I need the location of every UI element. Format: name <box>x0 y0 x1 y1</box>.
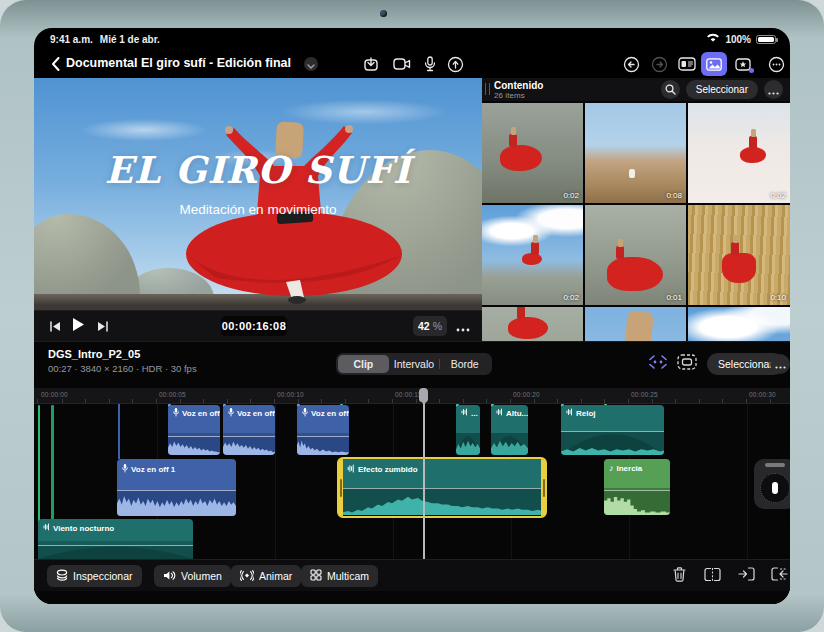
battery-percent: 100% <box>725 34 751 45</box>
camera-icon <box>393 57 411 71</box>
voiceover-button[interactable] <box>417 52 443 76</box>
volume-button[interactable]: Volumen <box>154 565 231 587</box>
animate-button[interactable]: Animar <box>231 565 301 587</box>
microphone-icon <box>122 464 128 475</box>
clip-viento-nocturno[interactable]: Viento nocturno <box>38 519 193 559</box>
clip-label: Viento nocturno <box>53 524 114 533</box>
media-thumbnail[interactable]: 0:10 <box>688 205 790 305</box>
tab-borde[interactable]: Borde <box>439 355 490 373</box>
connect-icon <box>648 354 668 374</box>
timeline-project-meta: 00:27 · 3840 × 2160 · HDR · 30 fps <box>48 363 197 374</box>
clip-duration: 0:02 <box>563 191 579 200</box>
undo-button[interactable] <box>618 52 644 76</box>
panel-grab-handle[interactable] <box>485 83 490 95</box>
jog-dial[interactable] <box>760 473 790 503</box>
timeline-ruler[interactable]: 00:00:00 00:00:05 00:00:10 00:00:15 00:0… <box>34 388 790 404</box>
inspector-toggle-button[interactable] <box>674 52 700 76</box>
trim-handle-left[interactable] <box>338 459 343 516</box>
clip-duration: 0:02 <box>770 191 786 200</box>
front-camera <box>380 10 387 17</box>
append-clip-button[interactable] <box>767 564 790 588</box>
media-browser-button[interactable] <box>701 52 727 76</box>
clip-voz-en-off-2b[interactable]: Voz en off 2 <box>223 405 275 455</box>
main-area: EL GIRO SUFÍ Meditación en movimiento 00… <box>34 78 790 341</box>
clip-duration: 0:10 <box>770 293 786 302</box>
inspect-button[interactable]: Inspeccionar <box>47 565 142 587</box>
viewer-overlay-title: EL GIRO SUFÍ <box>34 148 482 192</box>
clip-voz-en-off-2a[interactable]: Voz en off 2 <box>168 405 220 455</box>
insert-overwrite-button[interactable] <box>734 564 758 588</box>
viewer-overlay-subtitle: Meditación en movimiento <box>34 202 482 217</box>
delete-button[interactable] <box>667 564 691 588</box>
ellipsis-icon <box>775 355 786 373</box>
clip-label: Voz en off 1 <box>131 465 175 474</box>
media-thumbnail[interactable]: 0:02 <box>688 103 790 203</box>
timecode-display[interactable]: 00:00:16:08 <box>221 316 287 336</box>
import-button[interactable] <box>358 52 384 76</box>
selected-clip-wrapper[interactable]: Efecto zumbido <box>337 457 547 518</box>
inspect-label: Inspeccionar <box>73 570 133 582</box>
clip-label: Inercia <box>617 464 643 473</box>
timeline-toolbar: Inspeccionar Volumen Animar Multicam <box>34 559 790 591</box>
clip-efecto-zumbido[interactable]: Efecto zumbido <box>342 459 542 515</box>
ruler-label: 00:00:20 <box>513 391 540 398</box>
clip-altura[interactable]: Altu... <box>491 405 528 455</box>
tab-intervalo[interactable]: Intervalo <box>389 355 440 373</box>
browser-more-button[interactable] <box>764 80 783 99</box>
connect-clips-button[interactable] <box>646 353 670 375</box>
back-button[interactable] <box>42 52 68 76</box>
skip-forward-button[interactable] <box>92 311 114 342</box>
clip-voz-en-off-3[interactable]: Voz en off 3 <box>297 405 349 455</box>
media-thumbnail[interactable]: 0:08 <box>585 103 686 203</box>
playhead-handle[interactable] <box>419 388 428 402</box>
skip-back-icon <box>49 318 61 336</box>
media-thumbnail[interactable]: 0:01 <box>585 205 686 305</box>
multicam-label: Multicam <box>327 570 369 582</box>
skip-back-button[interactable] <box>44 311 66 342</box>
jog-grab-bar <box>765 463 785 467</box>
grid-line <box>275 404 276 559</box>
trim-handle-right[interactable] <box>541 459 546 516</box>
viewer-zoom-control[interactable]: 42 % <box>413 316 447 336</box>
media-thumbnail[interactable] <box>688 307 790 341</box>
red-dervish-figure <box>500 145 542 171</box>
clock: 9:41 a.m. <box>50 34 93 45</box>
live-drawing-button[interactable] <box>442 52 468 76</box>
play-button[interactable] <box>67 311 89 342</box>
multicam-button[interactable]: Multicam <box>301 565 378 587</box>
clip-voz-en-off-1[interactable]: Voz en off 1 <box>117 459 236 516</box>
microphone-icon <box>228 408 234 419</box>
media-thumbnail[interactable]: 0:02 <box>482 205 583 305</box>
overlay-picture-button[interactable] <box>675 353 699 375</box>
blade-split-button[interactable] <box>700 564 724 588</box>
record-button[interactable] <box>389 52 415 76</box>
redo-button[interactable] <box>646 52 672 76</box>
content-browser: Contenido 26 ítems Seleccionar 0:02 <box>482 78 790 341</box>
battery-icon <box>756 35 776 44</box>
more-button[interactable] <box>763 52 789 76</box>
playhead-line[interactable] <box>423 388 425 559</box>
volume-label: Volumen <box>181 570 222 582</box>
video-viewer[interactable]: EL GIRO SUFÍ Meditación en movimiento <box>34 78 482 310</box>
clip-fx-truncated[interactable]: ... <box>456 405 480 455</box>
media-thumbnail[interactable] <box>585 307 686 341</box>
microphone-icon <box>424 56 436 72</box>
browser-item-count: 26 ítems <box>494 91 525 100</box>
clip-reloj[interactable]: Reloj <box>561 405 664 455</box>
title-menu-button[interactable] <box>304 57 318 71</box>
browser-select-button[interactable]: Seleccionar <box>686 80 758 99</box>
search-button[interactable] <box>661 80 680 99</box>
browser-title: Contenido <box>494 80 543 91</box>
viewer-more-button[interactable] <box>452 311 474 342</box>
media-thumbnail[interactable] <box>482 307 583 341</box>
media-thumbnail[interactable]: 0:02 <box>482 103 583 203</box>
jog-wheel[interactable] <box>754 459 790 509</box>
tab-clip[interactable]: Clip <box>338 355 389 373</box>
export-button[interactable] <box>731 52 757 76</box>
blade-icon <box>704 567 721 586</box>
timeline-more-button[interactable] <box>770 354 790 374</box>
clip-inercia[interactable]: ♪Inercia <box>604 459 670 515</box>
zoom-value: 42 <box>418 320 430 332</box>
audio-wave-icon <box>566 408 573 418</box>
date: Mié 1 de abr. <box>100 34 160 45</box>
